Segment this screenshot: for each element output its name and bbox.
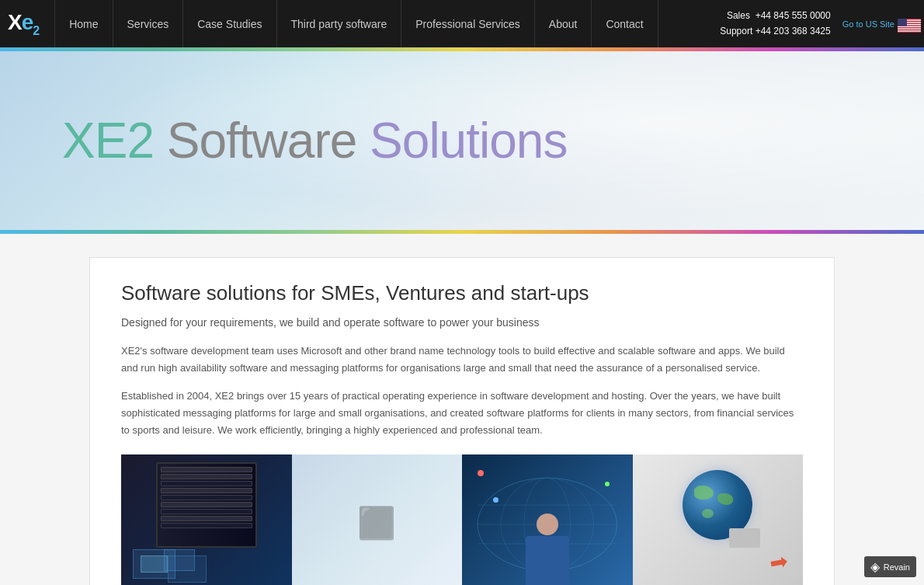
content-heading: Software solutions for SMEs, Ventures an… [121, 281, 803, 305]
nav-home[interactable]: Home [54, 0, 113, 47]
svg-rect-5 [898, 28, 921, 29]
svg-rect-7 [898, 19, 907, 26]
nav-professional-services[interactable]: Professional Services [401, 0, 535, 47]
support-label: Support [720, 26, 752, 37]
content-box: Software solutions for SMEs, Ventures an… [89, 257, 835, 585]
image-item-web: ⬛ web and mobile design [292, 454, 463, 585]
hero-title: XE2 Software Solutions [62, 112, 567, 169]
image-web: ⬛ [292, 454, 463, 585]
revain-icon: ◈ [870, 559, 880, 574]
content-para-1: XE2's software development team uses Mic… [121, 343, 803, 377]
sales-label: Sales [727, 10, 750, 21]
main-content: Software solutions for SMEs, Ventures an… [0, 234, 924, 585]
us-flag-icon [898, 19, 916, 30]
content-subtitle: Designed for your requirements, we build… [121, 316, 803, 329]
hero-banner: XE2 Software Solutions [0, 51, 924, 230]
nav-contact[interactable]: Contact [592, 0, 658, 47]
main-nav: Home Services Case Studies Third party s… [54, 0, 720, 47]
content-para-2: Established in 2004, XE2 brings over 15 … [121, 388, 803, 439]
svg-rect-6 [898, 30, 921, 31]
header-contact: Sales +44 845 555 0000 Support +44 203 3… [720, 9, 916, 38]
contact-info: Sales +44 845 555 0000 Support +44 203 3… [720, 9, 830, 38]
image-item-servers: software product design [121, 454, 292, 585]
image-hosted: ➡ [633, 454, 804, 585]
go-us-link[interactable]: Go to US Site [842, 19, 916, 30]
hero-software: Software [167, 113, 370, 169]
nav-third-party[interactable]: Third party software [277, 0, 402, 47]
revain-badge: ◈ Revain [864, 556, 916, 577]
site-header: Xe2 Home Services Case Studies Third par… [0, 0, 924, 47]
nav-about[interactable]: About [535, 0, 592, 47]
svg-rect-4 [898, 26, 921, 26]
go-us-label: Go to US Site [842, 19, 894, 29]
image-item-operational: operational software [462, 454, 633, 585]
logo-text: Xe2 [8, 10, 39, 38]
nav-case-studies[interactable]: Case Studies [183, 0, 276, 47]
sales-phone: +44 845 555 0000 [756, 10, 831, 21]
revain-label: Revain [884, 562, 910, 572]
image-grid: software product design ⬛ web and mobile… [121, 454, 803, 585]
image-operational [462, 454, 633, 585]
logo[interactable]: Xe2 [8, 10, 39, 38]
image-servers [121, 454, 292, 585]
nav-services[interactable]: Services [113, 0, 184, 47]
hero-solutions: Solutions [370, 113, 567, 169]
support-phone: +44 203 368 3425 [756, 26, 831, 37]
image-item-hosted: ➡ hosted software service [633, 454, 804, 585]
hero-xe2: XE2 [62, 113, 167, 169]
